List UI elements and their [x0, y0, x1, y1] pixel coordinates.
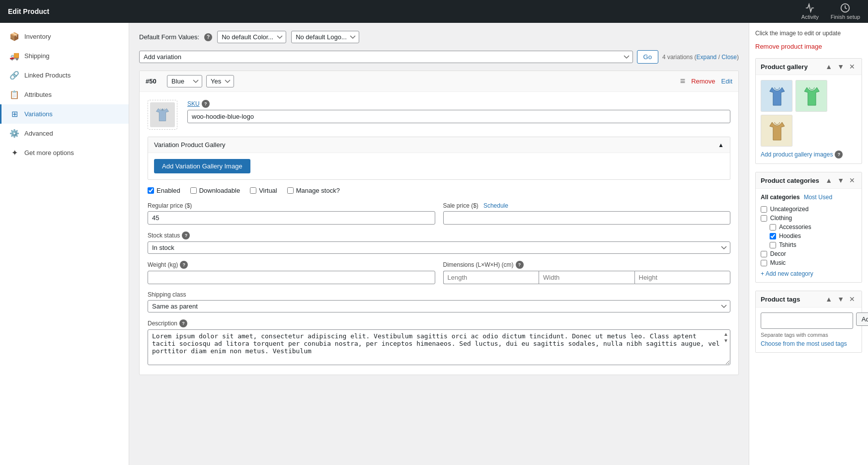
shipping-class-group: Shipping class Same as parent No shippin… [148, 291, 730, 312]
enabled-checkbox-item[interactable]: Enabled [148, 187, 180, 194]
sidebar-item-variations[interactable]: ⊞ Variations [0, 104, 129, 124]
add-gallery-image-button[interactable]: Add Variation Gallery Image [154, 159, 250, 173]
finish-setup-button[interactable]: Finish setup [831, 3, 860, 20]
virtual-label: Virtual [259, 187, 277, 194]
tags-input-row: Add [761, 312, 857, 329]
dimensions-inputs [443, 271, 731, 284]
add-gallery-link[interactable]: Add product gallery images [761, 151, 833, 158]
weight-help[interactable]: ? [180, 261, 188, 269]
cat-uncategorized-checkbox[interactable] [761, 206, 767, 213]
add-new-category-link[interactable]: + Add new category [761, 270, 813, 277]
scroll-up[interactable]: ▲ [723, 331, 728, 337]
downloadable-checkbox-item[interactable]: Downloadable [190, 187, 240, 194]
description-textarea[interactable]: Lorem ipsum dolor sit amet, consectetur … [148, 329, 730, 365]
gallery-thumb-3[interactable] [761, 115, 792, 147]
yes-no-select[interactable]: Yes No [206, 75, 234, 87]
virtual-checkbox-item[interactable]: Virtual [250, 187, 277, 194]
sidebar-item-label: Advanced [24, 130, 53, 137]
remove-product-image-link[interactable]: Remove product image [755, 43, 822, 50]
default-form-help-icon[interactable]: ? [204, 33, 212, 41]
product-tags-section: Product tags ▲ ▼ ✕ Add Separate tags wit… [755, 291, 862, 353]
cat-accessories-checkbox[interactable] [770, 224, 776, 231]
gallery-close[interactable]: ✕ [848, 63, 857, 71]
cat-music-checkbox[interactable] [761, 260, 767, 266]
manage-stock-checkbox-item[interactable]: Manage stock? [287, 187, 340, 194]
regular-price-group: Regular price ($) [148, 202, 435, 225]
sku-link[interactable]: SKU [187, 100, 200, 107]
go-button[interactable]: Go [637, 50, 658, 64]
description-wrapper: Lorem ipsum dolor sit amet, consectetur … [148, 329, 730, 367]
tags-input[interactable] [761, 312, 853, 329]
manage-stock-checkbox[interactable] [287, 187, 294, 194]
regular-price-label: Regular price ($) [148, 202, 435, 209]
variation-number: #50 [146, 78, 163, 85]
thumb-1-image [761, 80, 792, 112]
gallery-help-icon[interactable]: ? [835, 151, 843, 158]
sidebar-item-inventory[interactable]: 📦 Inventory [0, 27, 129, 46]
most-used-tab[interactable]: Most Used [804, 194, 832, 201]
add-variation-select[interactable]: Add variation Add all variations [139, 51, 633, 63]
cat-accessories-label: Accessories [779, 224, 811, 231]
sku-input[interactable]: woo-hoodie-blue-logo [187, 110, 730, 123]
shipping-class-select[interactable]: Same as parent No shipping class [148, 300, 730, 312]
virtual-checkbox[interactable] [250, 187, 256, 194]
width-input[interactable] [539, 271, 634, 284]
gallery-collapse-arrow[interactable]: ▲ [718, 142, 724, 149]
cat-hoodies-label: Hoodies [779, 232, 801, 239]
stock-status-select[interactable]: In stock Out of stock On backorder [148, 241, 730, 254]
product-gallery-section: Product gallery ▲ ▼ ✕ [755, 58, 862, 164]
sidebar-item-get-more[interactable]: ✦ Get more options [0, 143, 129, 162]
sale-price-input[interactable] [443, 211, 731, 225]
weight-input[interactable] [148, 271, 435, 284]
description-help[interactable]: ? [179, 319, 187, 327]
variation-menu-dots[interactable]: ≡ [680, 76, 686, 86]
sku-help-icon[interactable]: ? [202, 100, 210, 108]
tags-collapse-up[interactable]: ▲ [824, 295, 834, 303]
scroll-down[interactable]: ▼ [723, 338, 728, 343]
regular-price-input[interactable] [148, 211, 435, 225]
remove-variation-link[interactable]: Remove [691, 78, 715, 85]
cat-tshirts-checkbox[interactable] [770, 242, 776, 248]
gallery-thumb-2[interactable] [795, 80, 827, 112]
stock-status-help[interactable]: ? [182, 232, 190, 239]
categories-collapse-up[interactable]: ▲ [824, 176, 834, 184]
sidebar-item-advanced[interactable]: ⚙️ Advanced [0, 124, 129, 143]
cat-hoodies-checkbox[interactable] [770, 233, 776, 239]
gallery-collapse-down[interactable]: ▼ [836, 63, 846, 71]
weight-label: Weight (kg) ? [148, 261, 435, 269]
variation-image-upload[interactable] [148, 100, 177, 130]
edit-variation-link[interactable]: Edit [721, 78, 732, 85]
default-form-label: Default Form Values: [139, 33, 199, 41]
get-more-icon: ✦ [9, 148, 19, 157]
color-variation-select[interactable]: Blue Green Red [167, 75, 202, 87]
tags-collapse-down[interactable]: ▼ [836, 295, 846, 303]
dimensions-help[interactable]: ? [516, 261, 524, 269]
color-select[interactable]: No default Color... Blue Green Red [217, 31, 286, 43]
finish-setup-icon [840, 3, 850, 13]
close-link[interactable]: Close [721, 54, 737, 61]
categories-collapse-down[interactable]: ▼ [836, 176, 846, 184]
tags-close[interactable]: ✕ [848, 295, 857, 303]
length-input[interactable] [443, 271, 539, 284]
main-content: Default Form Values: ? No default Color.… [129, 23, 749, 465]
sidebar-item-shipping[interactable]: 🚚 Shipping [0, 46, 129, 66]
gallery-collapse-up[interactable]: ▲ [824, 63, 834, 71]
expand-link[interactable]: Expand [697, 54, 717, 61]
cat-clothing-checkbox[interactable] [761, 215, 767, 222]
choose-tags-link[interactable]: Choose from the most used tags [761, 340, 847, 347]
add-tag-button[interactable]: Add [856, 312, 868, 326]
gallery-thumb-1[interactable] [761, 80, 792, 112]
sidebar-item-attributes[interactable]: 📋 Attributes [0, 85, 129, 104]
schedule-link[interactable]: Schedule [483, 202, 508, 209]
categories-close[interactable]: ✕ [848, 176, 857, 184]
enabled-checkbox[interactable] [148, 187, 154, 194]
downloadable-checkbox[interactable] [190, 187, 197, 194]
logo-select[interactable]: No default Logo... Yes No [291, 31, 359, 43]
product-gallery-title: Product gallery [761, 63, 808, 71]
sku-field: SKU ? woo-hoodie-blue-logo [187, 100, 730, 123]
height-input[interactable] [634, 271, 731, 284]
sidebar-item-linked-products[interactable]: 🔗 Linked Products [0, 66, 129, 85]
cat-decor-checkbox[interactable] [761, 251, 767, 257]
all-categories-tab[interactable]: All categories [761, 194, 800, 201]
activity-button[interactable]: Activity [801, 3, 819, 20]
